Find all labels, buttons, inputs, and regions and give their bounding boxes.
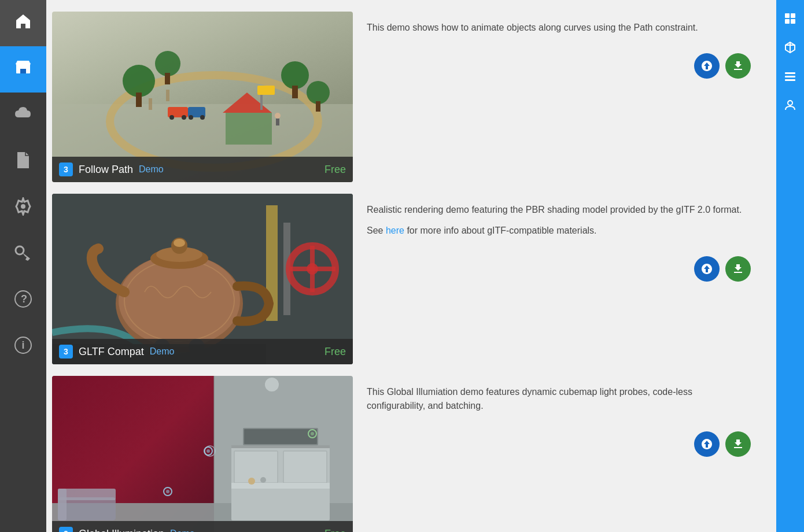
svg-rect-29 <box>257 86 275 95</box>
right-sidebar <box>776 0 804 532</box>
svg-point-2 <box>21 204 25 209</box>
svg-point-83 <box>788 101 792 105</box>
svg-point-26 <box>189 115 193 120</box>
svg-rect-31 <box>276 119 279 125</box>
info-icon: i <box>14 336 32 359</box>
open-in-app-button-1[interactable] <box>694 53 720 79</box>
svg-point-25 <box>182 115 186 120</box>
demo-description-3: This Global Illumiation demo features dy… <box>367 385 751 413</box>
svg-point-70 <box>166 490 169 493</box>
demo-type-1: Demo <box>139 164 164 175</box>
svg-point-63 <box>248 478 255 485</box>
svg-rect-77 <box>791 19 795 24</box>
demo-bar-follow-path: 3 Follow Path Demo Free <box>52 157 353 182</box>
app-logo-icon-3 <box>700 438 713 450</box>
sidebar-item-store[interactable] <box>0 46 46 93</box>
svg-point-16 <box>281 61 309 89</box>
box-icon <box>783 40 797 54</box>
svg-point-3 <box>16 246 24 254</box>
sidebar-item-key[interactable] <box>0 231 46 278</box>
blocks-icon <box>783 12 797 25</box>
person-icon <box>783 98 797 112</box>
download-icon-2 <box>732 263 744 275</box>
svg-rect-21 <box>165 73 170 84</box>
svg-point-66 <box>206 449 210 453</box>
demo-actions-2 <box>367 245 751 282</box>
app-logo-icon-2 <box>700 263 713 275</box>
cloud-icon <box>14 105 32 127</box>
svg-rect-82 <box>785 79 795 81</box>
left-sidebar: ? i <box>0 0 46 532</box>
home-icon <box>14 12 32 35</box>
key-icon <box>14 243 32 266</box>
svg-rect-81 <box>785 76 795 77</box>
svg-point-68 <box>311 432 314 435</box>
svg-rect-80 <box>785 72 795 74</box>
svg-point-45 <box>174 239 185 247</box>
download-button-2[interactable] <box>725 256 751 282</box>
demo-type-3: Demo <box>170 529 195 532</box>
main-content: 3 Follow Path Demo Free This demo shows … <box>46 0 776 532</box>
sidebar-item-info[interactable]: i <box>0 324 46 370</box>
right-sidebar-item-blocks[interactable] <box>776 5 804 32</box>
demo-item-follow-path: 3 Follow Path Demo Free This demo shows … <box>52 12 765 182</box>
svg-rect-62 <box>231 483 330 489</box>
demo-type-2: Demo <box>150 346 175 357</box>
svg-rect-55 <box>58 489 67 520</box>
svg-rect-57 <box>231 445 330 448</box>
svg-point-24 <box>169 115 174 120</box>
demo-list: 3 Follow Path Demo Free This demo shows … <box>46 0 776 532</box>
demo-description-2: Realistic rendering demo featuring the P… <box>367 203 751 217</box>
svg-rect-58 <box>234 451 278 483</box>
file-icon <box>15 151 31 173</box>
svg-point-27 <box>200 115 205 120</box>
svg-rect-61 <box>244 429 317 444</box>
demo-thumbnail-global-illum[interactable]: 3 Global Illumination Demo Free <box>52 376 353 532</box>
list-icon <box>783 69 797 83</box>
sidebar-item-settings[interactable] <box>0 185 46 231</box>
svg-text:i: i <box>22 339 25 351</box>
download-button-3[interactable] <box>725 431 751 457</box>
demo-item-gltf-compat: 3 GLTF Compat Demo Free Realistic render… <box>52 194 765 364</box>
demo-actions-3 <box>367 420 751 457</box>
demo-thumbnail-gltf[interactable]: 3 GLTF Compat Demo Free <box>52 194 353 364</box>
sidebar-item-home[interactable] <box>0 0 46 46</box>
open-in-app-button-2[interactable] <box>694 256 720 282</box>
download-button-1[interactable] <box>725 53 751 79</box>
download-icon-3 <box>732 438 744 450</box>
right-sidebar-item-list[interactable] <box>776 62 804 90</box>
svg-rect-12 <box>226 113 272 145</box>
sidebar-item-help[interactable]: ? <box>0 278 46 324</box>
open-in-app-button-3[interactable] <box>694 431 720 457</box>
right-sidebar-item-person[interactable] <box>776 91 804 119</box>
demo-info-follow-path: This demo shows how to animate objects a… <box>353 12 765 88</box>
demo-info-global-illum: This Global Illumiation demo features dy… <box>353 376 765 466</box>
demo-bar-gltf: 3 GLTF Compat Demo Free <box>52 339 353 364</box>
sidebar-item-file[interactable] <box>0 139 46 185</box>
svg-point-38 <box>307 263 318 275</box>
store-icon <box>14 58 32 81</box>
svg-rect-74 <box>785 13 790 18</box>
svg-point-20 <box>155 51 180 76</box>
demo-bar-global-illum: 3 Global Illumination Demo Free <box>52 521 353 532</box>
right-sidebar-item-box[interactable] <box>776 34 804 61</box>
demo-info-gltf: Realistic rendering demo featuring the P… <box>353 194 765 291</box>
sidebar-item-cloud[interactable] <box>0 93 46 139</box>
here-link[interactable]: here <box>386 226 404 235</box>
demo-description-2-suffix: for more info about gITF-compatible mate… <box>404 226 597 235</box>
svg-point-30 <box>275 113 281 119</box>
demo-title-1: Follow Path <box>79 164 133 176</box>
svg-point-14 <box>123 65 155 97</box>
demo-price-3: Free <box>324 528 346 533</box>
svg-rect-75 <box>791 13 795 18</box>
settings-icon <box>14 197 32 220</box>
demo-description-1: This demo shows how to animate objects a… <box>367 21 751 35</box>
demo-description-2b: See here for more info about gITF-compat… <box>367 224 751 238</box>
demo-number-3: 3 <box>59 527 73 532</box>
demo-title-2: GLTF Compat <box>79 346 144 358</box>
svg-marker-13 <box>223 93 272 113</box>
svg-rect-1 <box>20 69 26 73</box>
demo-number-2: 3 <box>59 345 73 359</box>
svg-rect-59 <box>283 451 327 483</box>
demo-thumbnail-follow-path[interactable]: 3 Follow Path Demo Free <box>52 12 353 182</box>
